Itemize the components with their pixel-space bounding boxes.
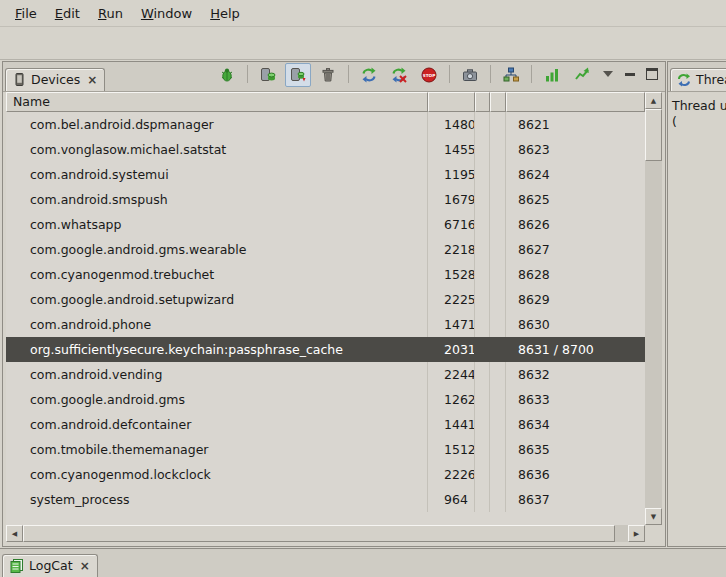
pid-cell: 1480 xyxy=(428,112,475,137)
column-header-spacer[interactable] xyxy=(490,92,506,112)
tab-logcat-close-icon[interactable]: × xyxy=(78,561,90,571)
start-profiling-icon[interactable] xyxy=(539,63,565,87)
table-row[interactable]: com.android.vending 22440 8632 xyxy=(6,362,645,387)
process-name-cell: com.bel.android.dspmanager xyxy=(6,112,428,137)
logcat-icon xyxy=(9,558,24,573)
menu-file[interactable]: File xyxy=(6,3,46,24)
hierarchy-view-icon[interactable] xyxy=(498,63,524,87)
column-header-spacer[interactable] xyxy=(475,92,490,112)
table-row[interactable]: com.google.android.setupwizard 22250 862… xyxy=(6,287,645,312)
dump-threads-icon[interactable] xyxy=(386,63,412,87)
spacer-cell xyxy=(490,362,506,387)
vertical-scroll-thumb[interactable] xyxy=(645,109,662,161)
table-row[interactable]: com.android.phone 1471 8630 xyxy=(6,312,645,337)
table-row[interactable]: com.cyanogenmod.trebuchet 1528 8628 xyxy=(6,262,645,287)
spacer-cell xyxy=(475,437,490,462)
devices-panel-toolbar: Devices × xyxy=(3,62,665,92)
table-row[interactable]: com.android.systemui 1195 8624 xyxy=(6,162,645,187)
threads-message-line1: Thread up xyxy=(672,98,722,114)
dump-hprof-icon[interactable] xyxy=(285,63,311,87)
menu-help-label: Help xyxy=(210,6,240,21)
menu-edit-label: Edit xyxy=(55,6,80,21)
threads-message: Thread up ( xyxy=(668,92,726,136)
devices-panel: Devices × xyxy=(2,61,666,547)
table-row[interactable]: com.google.android.gms.wearable 22185 86… xyxy=(6,237,645,262)
maximize-icon[interactable] xyxy=(643,65,661,83)
column-header-pid[interactable] xyxy=(428,92,475,112)
scroll-left-icon[interactable]: ◀ xyxy=(6,525,23,542)
threads-panel-toolbar: Threads xyxy=(668,62,726,92)
table-row[interactable]: com.bel.android.dspmanager 1480 8621 xyxy=(6,112,645,137)
port-cell: 8626 xyxy=(506,212,645,237)
port-cell: 8628 xyxy=(506,262,645,287)
screen-capture-icon[interactable] xyxy=(457,63,483,87)
table-row[interactable]: system_process 964 8637 xyxy=(6,487,645,512)
spacer-cell xyxy=(475,112,490,137)
column-header-name[interactable]: Name xyxy=(6,92,428,112)
update-heap-icon[interactable] xyxy=(255,63,281,87)
pid-cell: 22265 xyxy=(428,462,475,487)
tracing-icon[interactable] xyxy=(569,63,595,87)
table-row[interactable]: com.whatsapp 6716 8626 xyxy=(6,212,645,237)
port-cell: 8633 xyxy=(506,387,645,412)
scroll-right-icon[interactable]: ▶ xyxy=(628,525,645,542)
port-cell: 8621 xyxy=(506,112,645,137)
menu-file-label: File xyxy=(15,6,37,21)
menu-edit[interactable]: Edit xyxy=(46,3,89,24)
process-name-cell: com.android.vending xyxy=(6,362,428,387)
toolbar-separator xyxy=(247,65,248,83)
update-threads-icon[interactable] xyxy=(356,63,382,87)
stop-process-icon[interactable]: STOP xyxy=(416,63,442,87)
table-row[interactable]: com.tmobile.thememanager 1512 8635 xyxy=(6,437,645,462)
spacer-cell xyxy=(475,237,490,262)
pid-cell: 1195 xyxy=(428,162,475,187)
menu-window[interactable]: Window xyxy=(132,3,201,24)
table-row[interactable]: com.android.smspush 1679 8625 xyxy=(6,187,645,212)
tab-threads[interactable]: Threads xyxy=(670,68,726,91)
menu-help[interactable]: Help xyxy=(201,3,249,24)
port-cell: 8623 xyxy=(506,137,645,162)
spacer-cell xyxy=(490,412,506,437)
pid-cell: 1512 xyxy=(428,437,475,462)
tab-logcat[interactable]: LogCat × xyxy=(2,554,98,577)
tab-devices[interactable]: Devices × xyxy=(5,68,105,91)
debug-icon[interactable] xyxy=(214,63,240,87)
process-name-cell: com.google.android.gms.wearable xyxy=(6,237,428,262)
process-name-cell: system_process xyxy=(6,487,428,512)
port-cell: 8624 xyxy=(506,162,645,187)
main-area: Devices × xyxy=(0,60,726,549)
tab-devices-close-icon[interactable]: × xyxy=(85,75,97,85)
spacer-cell xyxy=(490,337,506,362)
pid-cell: 12623 xyxy=(428,387,475,412)
port-cell: 8634 xyxy=(506,412,645,437)
pid-cell: 20311 xyxy=(428,337,475,362)
column-header-port[interactable] xyxy=(506,92,645,112)
threads-message-line2: ( xyxy=(672,114,722,130)
spacer-cell xyxy=(475,312,490,337)
spacer-cell xyxy=(475,337,490,362)
spacer-cell xyxy=(475,287,490,312)
horizontal-scrollbar[interactable]: ◀ ▶ xyxy=(6,525,645,542)
pid-cell: 6716 xyxy=(428,212,475,237)
minimize-icon[interactable] xyxy=(621,65,639,83)
cause-gc-icon[interactable] xyxy=(315,63,341,87)
spacer-cell xyxy=(490,487,506,512)
table-row[interactable]: com.cyanogenmod.lockclock 22265 8636 xyxy=(6,462,645,487)
pid-cell: 22440 xyxy=(428,362,475,387)
vertical-scrollbar[interactable]: ▲ ▼ xyxy=(645,92,662,525)
scroll-up-icon[interactable]: ▲ xyxy=(645,92,662,109)
table-row[interactable]: org.sufficientlysecure.keychain:passphra… xyxy=(6,337,645,362)
horizontal-scroll-thumb[interactable] xyxy=(23,525,615,542)
table-row[interactable]: com.vonglasow.michael.satstat 14553 8623 xyxy=(6,137,645,162)
menu-run[interactable]: Run xyxy=(89,3,132,24)
process-name-cell: com.android.smspush xyxy=(6,187,428,212)
view-menu-icon[interactable] xyxy=(599,65,617,83)
port-cell: 8627 xyxy=(506,237,645,262)
spacer-cell xyxy=(475,162,490,187)
spacer-cell xyxy=(490,287,506,312)
threads-icon xyxy=(677,73,691,87)
table-row[interactable]: com.android.defcontainer 14411 8634 xyxy=(6,412,645,437)
scroll-down-icon[interactable]: ▼ xyxy=(645,508,662,525)
table-row[interactable]: com.google.android.gms 12623 8633 xyxy=(6,387,645,412)
spacer-cell xyxy=(490,387,506,412)
